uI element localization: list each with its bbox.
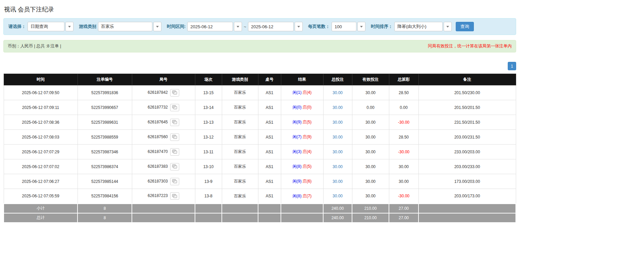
total-payout: 27.00	[389, 213, 418, 223]
filter-bar: 请选择： 日期查询 游戏类别 百家乐 时间区间: 2025-06-12 ~ 20…	[3, 18, 516, 35]
cell-session: 13-9	[195, 174, 222, 189]
round-detail-button[interactable]	[170, 119, 179, 126]
cell-payout: 30.00	[389, 174, 418, 189]
date-to-value: 2025-06-12	[251, 24, 274, 29]
range-separator: ~	[244, 24, 246, 29]
round-detail-button[interactable]	[170, 148, 179, 156]
total-bet-link[interactable]: 30.00	[333, 150, 343, 154]
bet-records-table: 时间注单编号局号场次游戏类别桌号结果总投注有效投注总派彩备注 2025-06-1…	[3, 74, 516, 223]
cell-note: 203.00/233.00	[418, 159, 516, 174]
total-total-bet: 240.00	[323, 213, 352, 223]
result-player: 闲(7)	[293, 134, 302, 139]
column-header-4: 场次	[195, 74, 222, 85]
cell-result: 闲(7)庄(9)	[281, 130, 323, 145]
game-category-caret-button[interactable]	[153, 22, 161, 31]
total-bet-link[interactable]: 30.00	[333, 179, 343, 184]
column-header-7: 结果	[281, 74, 323, 85]
date-from-caret-button[interactable]	[234, 22, 242, 31]
cell-game-category: 百家乐	[222, 130, 258, 145]
cell-total-bet: 30.00	[323, 130, 352, 145]
cards-icon	[172, 135, 177, 139]
date-to-input[interactable]: 2025-06-12	[248, 22, 294, 31]
cards-icon	[172, 179, 177, 184]
currency-total-text: 币别：人民币 | 总共 :8 注单 |	[8, 43, 61, 49]
grand-total-row: 总计 8 240.00 210.00 27.00	[4, 213, 516, 223]
round-detail-button[interactable]	[170, 192, 179, 200]
result-banker: 庄(7)	[303, 194, 312, 198]
column-header-11: 备注	[418, 74, 516, 85]
search-button[interactable]: 查询	[456, 22, 474, 31]
cell-total-bet: 30.00	[323, 145, 352, 159]
game-category-label: 游戏类别	[79, 24, 96, 30]
subtotal-valid-bet: 210.00	[352, 204, 389, 213]
column-header-9: 有效投注	[352, 74, 389, 85]
page-size-select[interactable]: 100	[332, 22, 356, 31]
result-player: 闲(8)	[293, 194, 302, 198]
result-banker: 庄(4)	[303, 90, 312, 95]
table-row: 2025-06-12 07:06:27 522573985144 6261873…	[4, 174, 516, 189]
round-id-value: 626187842	[148, 90, 168, 95]
page-title: 视讯 会员下注纪录	[4, 5, 516, 13]
cell-payout: 28.50	[389, 85, 418, 100]
round-detail-button[interactable]	[170, 89, 179, 96]
total-bet-link[interactable]: 30.00	[333, 164, 343, 169]
cards-icon	[172, 90, 177, 95]
cell-bet-id: 522573986374	[78, 159, 132, 174]
total-bet-link[interactable]: 30.00	[333, 90, 343, 95]
cell-time: 2025-06-12 07:07:29	[4, 145, 78, 159]
game-category-select[interactable]: 百家乐	[98, 22, 152, 31]
cell-note: 203.00/231.50	[418, 130, 516, 145]
result-banker: 庄(5)	[303, 120, 312, 124]
cell-round-id: 626187303	[132, 174, 195, 189]
cell-result: 闲(9)庄(6)	[281, 174, 323, 189]
cell-result: 闲(3)庄(4)	[281, 145, 323, 159]
query-type-select[interactable]: 日期查询	[28, 22, 64, 31]
sort-caret-button[interactable]	[444, 22, 452, 31]
page-button-1[interactable]: 1	[508, 62, 516, 70]
round-detail-button[interactable]	[170, 178, 179, 185]
cell-round-id: 626187383	[132, 159, 195, 174]
sort-label: 时间排序：	[371, 24, 393, 30]
cards-icon	[172, 164, 177, 169]
cell-bet-id: 522573988559	[78, 130, 132, 145]
cell-total-bet: 30.00	[323, 115, 352, 130]
query-type-caret-button[interactable]	[65, 22, 73, 31]
result-banker: 庄(4)	[303, 149, 312, 154]
total-bet-link[interactable]: 30.00	[333, 105, 343, 110]
page-size-caret-button[interactable]	[357, 22, 365, 31]
total-bet-link[interactable]: 30.00	[333, 194, 343, 198]
cell-valid-bet: 30.00	[352, 189, 389, 204]
total-bet-link[interactable]: 30.00	[333, 135, 343, 140]
cell-game-category: 百家乐	[222, 145, 258, 159]
cell-payout: -30.00	[389, 115, 418, 130]
round-detail-button[interactable]	[170, 163, 179, 170]
chevron-down-icon	[156, 26, 159, 28]
total-bet-link[interactable]: 30.00	[333, 120, 343, 125]
round-id-value: 626187645	[148, 120, 168, 124]
cell-result: 闲(9)庄(5)	[281, 115, 323, 130]
cell-note: 173.00/203.00	[418, 174, 516, 189]
cell-bet-id: 522573987346	[78, 145, 132, 159]
table-row: 2025-06-12 07:07:29 522573987346 6261874…	[4, 145, 516, 159]
date-to-caret-button[interactable]	[295, 22, 303, 31]
table-header-row: 时间注单编号局号场次游戏类别桌号结果总投注有效投注总派彩备注	[4, 74, 516, 85]
cell-valid-bet: 30.00	[352, 159, 389, 174]
cell-valid-bet: 30.00	[352, 115, 389, 130]
date-from-input[interactable]: 2025-06-12	[187, 22, 233, 31]
table-row: 2025-06-12 07:09:11 522573990657 6261877…	[4, 100, 516, 115]
table-body: 2025-06-12 07:09:50 522573991836 6261878…	[4, 85, 516, 204]
sort-select[interactable]: 降幂(由大到小)	[394, 22, 443, 31]
round-id-value: 626187560	[148, 134, 168, 139]
table-row: 2025-06-12 07:08:36 522573989631 6261876…	[4, 115, 516, 130]
cell-table-number: AS1	[258, 189, 281, 204]
cell-game-category: 百家乐	[222, 189, 258, 204]
cell-bet-id: 522573991836	[78, 85, 132, 100]
round-detail-button[interactable]	[170, 133, 179, 141]
cell-time: 2025-06-12 07:09:11	[4, 100, 78, 115]
round-detail-button[interactable]	[170, 104, 179, 111]
cell-bet-id: 522573989631	[78, 115, 132, 130]
column-header-1: 时间	[4, 74, 78, 85]
cell-session: 13-10	[195, 159, 222, 174]
cell-bet-id: 522573990657	[78, 100, 132, 115]
cell-table-number: AS1	[258, 145, 281, 159]
